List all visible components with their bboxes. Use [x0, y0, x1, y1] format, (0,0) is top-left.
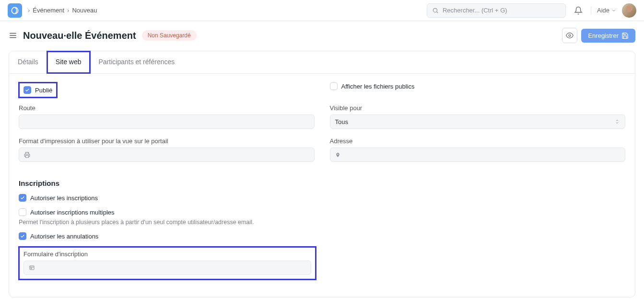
avatar[interactable] [622, 3, 636, 18]
tabs: Détails Site web Participants et référen… [9, 51, 635, 74]
check-icon [20, 195, 25, 200]
notifications-button[interactable] [572, 4, 585, 17]
search-icon [432, 7, 439, 14]
bell-icon [574, 6, 583, 15]
show-public-files-field[interactable]: Afficher les fichiers publics [330, 82, 626, 90]
published-checkbox[interactable] [23, 86, 31, 94]
allow-cancel-field[interactable]: Autoriser les annulations [19, 232, 625, 240]
chevron-right-icon: › [28, 7, 30, 14]
page-header: Nouveau·elle Événement Non Sauvegardé En… [0, 21, 644, 47]
select-icon [614, 119, 620, 125]
allow-registrations-label: Autoriser les inscriptions [30, 194, 98, 202]
breadcrumb-item[interactable]: Événement [33, 7, 64, 14]
help-link[interactable]: Aide [597, 7, 616, 14]
search-field[interactable] [443, 7, 561, 14]
show-public-files-checkbox[interactable] [330, 82, 338, 90]
save-button[interactable]: Enregistrer [581, 29, 635, 43]
divider [591, 6, 591, 15]
form-panel: Détails Site web Participants et référen… [9, 51, 635, 297]
allow-cancel-checkbox[interactable] [19, 232, 26, 240]
chevron-right-icon: › [67, 7, 69, 14]
route-label: Route [19, 104, 315, 112]
visible-for-label: Visible pour [330, 104, 626, 112]
breadcrumb: › Événement › Nouveau [28, 7, 97, 14]
check-icon [20, 234, 25, 239]
tab-details[interactable]: Détails [9, 51, 47, 73]
app-logo[interactable] [8, 3, 22, 18]
inscriptions-title: Inscriptions [19, 179, 625, 187]
svg-point-0 [12, 7, 18, 13]
allow-registrations-checkbox[interactable] [19, 194, 26, 202]
allow-multiple-field[interactable]: Autoriser inscriptions multiples [19, 208, 625, 216]
address-label: Adresse [330, 137, 626, 145]
registration-form-label: Formulaire d'inscription [23, 250, 311, 258]
svg-point-6 [569, 34, 571, 36]
allow-multiple-label: Autoriser inscriptions multiples [30, 209, 115, 216]
svg-point-1 [433, 8, 437, 12]
registration-form-input[interactable] [23, 261, 311, 275]
status-badge: Non Sauvegardé [142, 30, 197, 41]
eye-icon [566, 32, 574, 39]
tab-site-web[interactable]: Site web [47, 51, 90, 73]
menu-icon [9, 31, 17, 40]
tab-participants[interactable]: Participants et références [90, 51, 184, 73]
menu-toggle-button[interactable] [9, 31, 17, 40]
save-icon [621, 32, 629, 39]
svg-line-2 [437, 11, 438, 13]
allow-cancel-label: Autoriser les annulations [30, 233, 98, 240]
show-public-files-label: Afficher les fichiers publics [341, 83, 415, 90]
breadcrumb-item[interactable]: Nouveau [72, 7, 97, 14]
help-label: Aide [597, 7, 609, 14]
preview-button[interactable] [562, 28, 577, 43]
printer-icon [24, 152, 30, 158]
save-label: Enregistrer [588, 32, 619, 39]
chevron-down-icon [611, 8, 616, 13]
page-title: Nouveau·elle Événement [23, 30, 136, 41]
route-input[interactable] [19, 114, 315, 129]
allow-multiple-checkbox[interactable] [19, 208, 26, 216]
allow-registrations-field[interactable]: Autoriser les inscriptions [19, 194, 625, 202]
published-field[interactable]: Publié [19, 82, 57, 98]
svg-rect-7 [25, 155, 29, 157]
search-input[interactable] [427, 3, 566, 18]
topbar: › Événement › Nouveau Aide [0, 0, 644, 21]
check-icon [25, 88, 30, 92]
published-label: Publié [35, 87, 52, 94]
visible-for-value: Tous [335, 118, 348, 125]
pin-icon [335, 152, 340, 158]
print-format-label: Format d'impression à utiliser pour la v… [19, 137, 315, 145]
visible-for-select[interactable]: Tous [330, 114, 626, 129]
allow-multiple-help: Permet l'inscription à plusieurs places … [19, 219, 625, 226]
address-input[interactable] [330, 148, 626, 162]
print-format-input[interactable] [19, 148, 315, 162]
form-icon [29, 265, 35, 271]
